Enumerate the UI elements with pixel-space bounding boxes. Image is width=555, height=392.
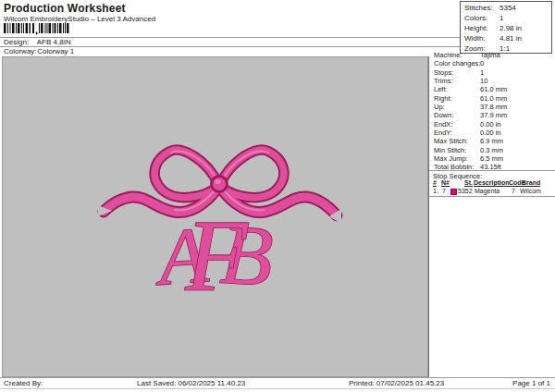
design-value: AFB 4,8IN: [37, 38, 71, 46]
info-value: 0.3 mm: [480, 146, 503, 154]
info-label: Max Jump:: [434, 154, 468, 163]
info-row: Left:61.0 mm: [434, 85, 553, 93]
footer-bottom-divider: [0, 388, 555, 389]
info-value: Tajima: [480, 51, 500, 59]
stat-label: Height:: [464, 24, 487, 32]
info-value: 61.0 mm: [480, 85, 507, 93]
colorway-label: Colorway:: [4, 47, 35, 55]
stat-row: Width: 4.81 in: [464, 34, 551, 44]
thread-color-swatch-icon: [450, 189, 457, 195]
col-header: #: [433, 179, 437, 186]
info-row: Max Jump:6.5 mm: [434, 154, 553, 163]
production-worksheet-page: Production Worksheet Wilcom EmbroiderySt…: [0, 0, 555, 392]
footer-divider: [0, 377, 555, 378]
embroidery-design: A B F: [3, 57, 427, 376]
info-row: Color changes:0: [434, 59, 553, 67]
info-label: Left:: [434, 85, 448, 93]
monogram: A B F: [151, 199, 275, 312]
stat-value: 4.81 in: [500, 34, 522, 43]
info-value: 0: [480, 59, 484, 67]
stat-value: 2.98 in: [500, 24, 522, 32]
stop-brand: Wilcom: [520, 188, 541, 194]
stat-row: Height: 2.98 in: [464, 24, 551, 34]
design-label: Design:: [4, 38, 35, 46]
info-row: Right:61.0 mm: [434, 94, 553, 103]
info-label: Color changes:: [434, 59, 480, 67]
col-header: Description: [474, 179, 510, 186]
info-label: Up:: [434, 103, 445, 111]
stop-needle: 7: [442, 188, 446, 194]
info-value: 6.5 mm: [480, 154, 503, 163]
info-value: 0.00 in: [480, 120, 501, 129]
info-row: Trims:10: [434, 77, 553, 85]
col-header: Brand: [522, 179, 540, 186]
info-value: 37.8 mm: [480, 103, 507, 111]
info-value: 1: [480, 68, 484, 77]
machine-info-panel: Machine:Tajima Color changes:0 Stops:1 T…: [428, 56, 555, 377]
design-row: Design: AFB 4,8IN: [4, 38, 71, 46]
footer-page-number: Page 1 of 1: [512, 379, 550, 387]
info-value: 6.9 mm: [480, 137, 503, 145]
colorway-value: Colorway 1: [37, 47, 74, 55]
divider: [429, 170, 555, 171]
info-value: 10: [480, 77, 487, 85]
app-subtitle: Wilcom EmbroideryStudio – Level 3 Advanc…: [4, 15, 155, 23]
bow-knot: [210, 175, 228, 193]
page-title: Production Worksheet: [4, 2, 126, 15]
info-label: Min Stitch:: [434, 146, 466, 154]
info-row: EndY:0.00 in: [434, 129, 553, 137]
info-label: Max Stitch:: [434, 137, 468, 145]
stop-code: 7: [512, 188, 515, 194]
colorway-row: Colorway: Colorway 1: [4, 47, 74, 55]
info-row: Min Stitch:0.3 mm: [434, 146, 553, 154]
info-label: Down:: [434, 111, 453, 119]
col-header: St.: [464, 179, 473, 186]
stop-sequence-row: 1. 7 5352 Magenta 7 Wilcom: [429, 188, 555, 196]
info-row: Down:37.9 mm: [434, 111, 553, 119]
stat-value: 5354: [500, 4, 516, 12]
divider: [429, 196, 555, 197]
col-header: N#: [441, 179, 450, 186]
footer-created-by: Created By:: [4, 379, 43, 387]
machine-info-list: Machine:Tajima Color changes:0 Stops:1 T…: [434, 51, 553, 172]
info-row: Up:37.8 mm: [434, 103, 553, 111]
info-row: Machine:Tajima: [434, 51, 553, 59]
stat-row: Stitches: 5354: [464, 4, 551, 14]
info-label: EndX:: [434, 120, 452, 129]
info-value: 61.0 mm: [480, 94, 507, 103]
info-row: EndX:0.00 in: [434, 120, 553, 129]
info-value: 0.00 in: [480, 129, 501, 137]
footer-last-saved: Last Saved: 06/02/2025 11.40.23: [137, 379, 245, 387]
info-label: Right:: [434, 94, 452, 103]
stop-description: Magenta: [475, 188, 500, 194]
stop-sequence-header: # N# St. Description Code Brand: [429, 179, 555, 188]
monogram-letter-center: F: [184, 199, 249, 312]
info-label: EndY:: [434, 129, 452, 137]
info-label: Stops:: [434, 68, 453, 77]
footer-printed: Printed: 07/02/2025 01.45.23: [349, 379, 444, 387]
info-row: Max Stitch:6.9 mm: [434, 137, 553, 145]
stop-thread-code: 5352: [458, 188, 473, 194]
info-label: Machine:: [434, 51, 462, 59]
design-stats-box: Stitches: 5354 Colors: 1 Height: 2.98 in…: [460, 1, 552, 54]
info-row: Stops:1: [434, 68, 553, 77]
stat-label: Colors:: [464, 14, 487, 22]
design-canvas: A B F: [2, 56, 428, 377]
info-value: 37.9 mm: [480, 111, 507, 119]
stat-label: Width:: [464, 34, 486, 43]
barcode-icon: [4, 23, 74, 36]
info-label: Trims:: [434, 77, 453, 85]
stat-label: Stitches:: [464, 4, 493, 12]
stat-value: 1: [500, 14, 503, 22]
stat-row: Colors: 1: [464, 14, 551, 24]
stop-num: 1.: [433, 188, 438, 194]
